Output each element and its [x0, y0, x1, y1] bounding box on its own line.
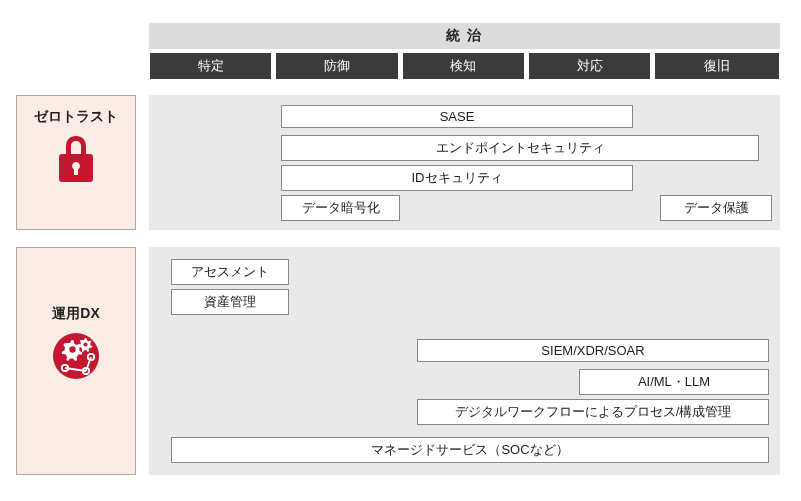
- cap-assessment: アセスメント: [171, 259, 289, 285]
- cap-workflow: デジタルワークフローによるプロセス/構成管理: [417, 399, 769, 425]
- cap-managed-svc: マネージドサービス（SOCなど）: [171, 437, 769, 463]
- phase-identify: 特定: [149, 52, 272, 80]
- svg-point-5: [83, 342, 87, 346]
- cap-sase: SASE: [281, 105, 633, 128]
- cap-data-encrypt: データ暗号化: [281, 195, 400, 221]
- diagram-root: 統 治 特定 防御 検知 対応 復旧 ゼロトラスト SASE エンドポイントセキ…: [0, 0, 801, 501]
- lock-icon: [17, 134, 135, 200]
- svg-point-4: [69, 346, 75, 352]
- chevron-tail: [752, 23, 780, 49]
- cap-siem-xdr-soar: SIEM/XDR/SOAR: [417, 339, 769, 362]
- cap-id-security: IDセキュリティ: [281, 165, 633, 191]
- ops-dx-title: 運用DX: [17, 305, 135, 323]
- phase-recover: 復旧: [654, 52, 780, 80]
- governance-bar: 統 治: [149, 23, 780, 49]
- panel-ops-dx: アセスメント 資産管理 SIEM/XDR/SOAR AI/ML・LLM デジタル…: [149, 247, 780, 475]
- phase-respond: 対応: [528, 52, 651, 80]
- cap-endpoint-sec: エンドポイントセキュリティ: [281, 135, 759, 161]
- phase-protect: 防御: [275, 52, 398, 80]
- panel-zero-trust: SASE エンドポイントセキュリティ IDセキュリティ データ暗号化 データ保護: [149, 95, 780, 230]
- zero-trust-title: ゼロトラスト: [17, 108, 135, 126]
- governance-label: 統 治: [446, 27, 484, 45]
- category-ops-dx: 運用DX: [16, 247, 136, 475]
- phase-row: 特定 防御 検知 対応 復旧: [149, 52, 780, 80]
- cap-ai-ml-llm: AI/ML・LLM: [579, 369, 769, 395]
- phase-detect: 検知: [402, 52, 525, 80]
- gears-network-icon: [17, 331, 135, 395]
- cap-data-protect: データ保護: [660, 195, 772, 221]
- category-zero-trust: ゼロトラスト: [16, 95, 136, 230]
- header-area: 統 治 特定 防御 検知 対応 復旧: [149, 23, 780, 80]
- cap-asset-mgmt: 資産管理: [171, 289, 289, 315]
